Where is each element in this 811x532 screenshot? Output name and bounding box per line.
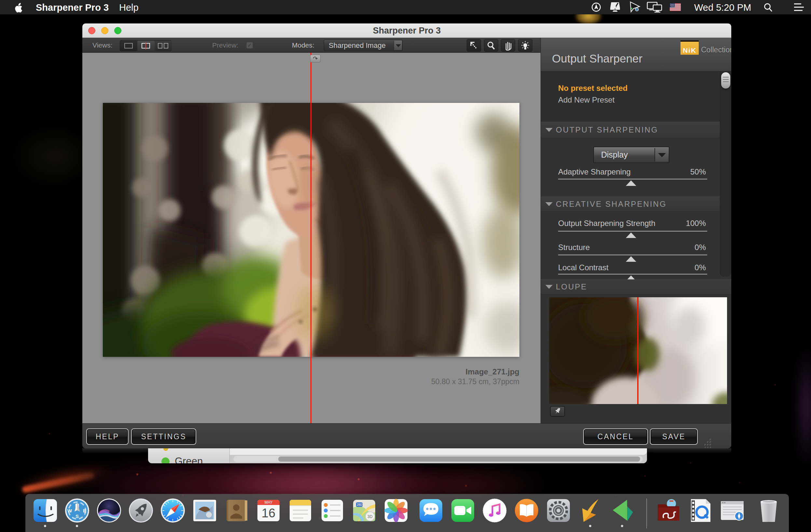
svg-text:S: S xyxy=(76,514,79,519)
svg-text:280: 280 xyxy=(357,503,362,506)
svg-text:3D: 3D xyxy=(367,514,373,519)
svg-text:MAY: MAY xyxy=(264,500,272,505)
svg-text:16: 16 xyxy=(262,506,275,520)
svg-text:E: E xyxy=(83,508,86,514)
svg-text:W: W xyxy=(67,508,72,514)
